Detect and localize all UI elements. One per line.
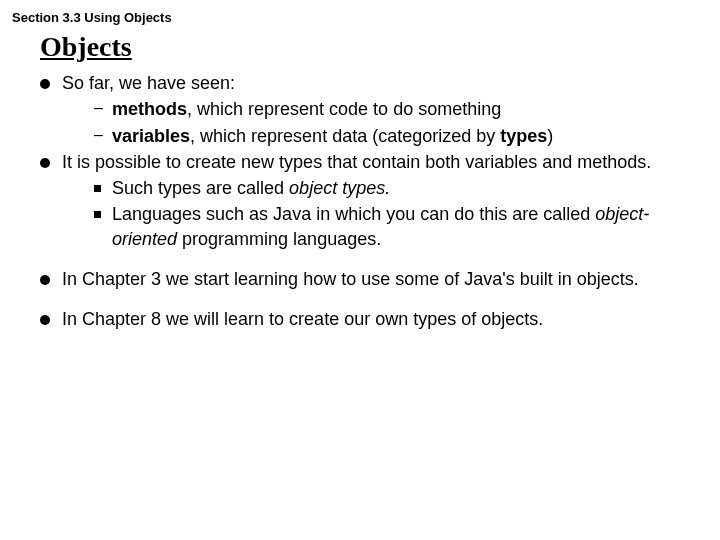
bold-text: methods bbox=[112, 99, 187, 119]
list-item: variables, which represent data (categor… bbox=[90, 124, 698, 148]
bullet-text: In Chapter 3 we start learning how to us… bbox=[62, 269, 639, 289]
list-item: Such types are called object types. bbox=[90, 176, 698, 200]
bullet-list: So far, we have seen: methods, which rep… bbox=[40, 71, 698, 251]
sub-list: methods, which represent code to do some… bbox=[62, 97, 698, 148]
bold-text: variables bbox=[112, 126, 190, 146]
bullet-text: ) bbox=[547, 126, 553, 146]
bold-text: types bbox=[500, 126, 547, 146]
bullet-text: Such types are called bbox=[112, 178, 289, 198]
list-item: Languages such as Java in which you can … bbox=[90, 202, 698, 251]
list-item: It is possible to create new types that … bbox=[40, 150, 698, 251]
bullet-text: Languages such as Java in which you can … bbox=[112, 204, 595, 224]
bullet-list: In Chapter 3 we start learning how to us… bbox=[40, 267, 698, 291]
bullet-text: , which represent code to do something bbox=[187, 99, 501, 119]
slide-page: Section 3.3 Using Objects Objects So far… bbox=[0, 0, 720, 346]
italic-text: object types. bbox=[289, 178, 390, 198]
slide-title: Objects bbox=[40, 31, 708, 63]
list-item: So far, we have seen: methods, which rep… bbox=[40, 71, 698, 148]
bullet-text: programming languages. bbox=[177, 229, 381, 249]
bullet-text: It is possible to create new types that … bbox=[62, 152, 651, 172]
list-item: In Chapter 8 we will learn to create our… bbox=[40, 307, 698, 331]
bullet-list: In Chapter 8 we will learn to create our… bbox=[40, 307, 698, 331]
sub-list: Such types are called object types. Lang… bbox=[62, 176, 698, 251]
list-item: In Chapter 3 we start learning how to us… bbox=[40, 267, 698, 291]
bullet-text: So far, we have seen: bbox=[62, 73, 235, 93]
bullet-text: , which represent data (categorized by bbox=[190, 126, 500, 146]
bullet-text: In Chapter 8 we will learn to create our… bbox=[62, 309, 543, 329]
section-header: Section 3.3 Using Objects bbox=[12, 10, 708, 25]
list-item: methods, which represent code to do some… bbox=[90, 97, 698, 121]
